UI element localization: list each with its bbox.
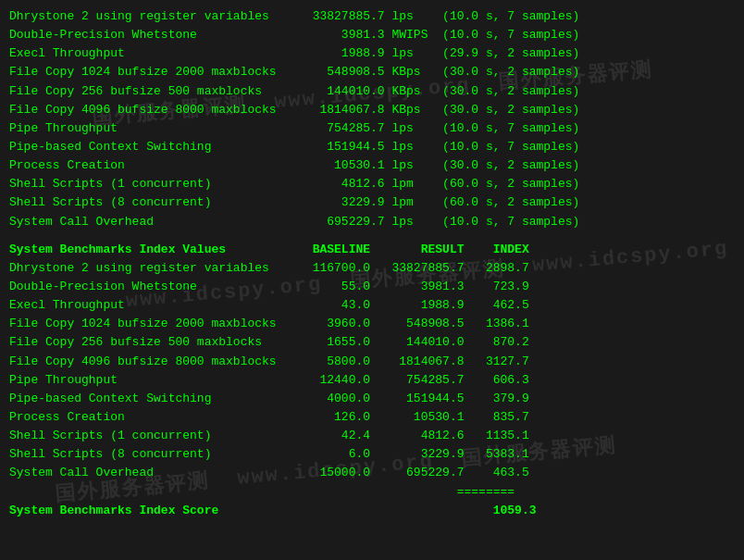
benchmark-row: File Copy 4096 bufsize 8000 maxblocks 18… bbox=[9, 101, 735, 119]
benchmark-row: Shell Scripts (1 concurrent) 4812.6 lpm … bbox=[9, 175, 735, 193]
index-row: Pipe Throughput 12440.0 754285.7 606.3 bbox=[9, 371, 735, 390]
benchmark-row: File Copy 1024 bufsize 2000 maxblocks 54… bbox=[9, 63, 735, 81]
index-row: Double-Precision Whetstone 55.0 3981.3 7… bbox=[9, 278, 735, 296]
benchmark-row: Shell Scripts (8 concurrent) 3229.9 lpm … bbox=[9, 193, 735, 212]
index-table-header: System Benchmarks Index Values BASELINE … bbox=[9, 241, 735, 259]
index-row: Shell Scripts (8 concurrent) 6.0 3229.9 … bbox=[9, 445, 735, 464]
index-section: System Benchmarks Index Values BASELINE … bbox=[9, 241, 735, 520]
benchmark-row: Dhrystone 2 using register variables 338… bbox=[9, 7, 735, 26]
benchmark-row: File Copy 256 bufsize 500 maxblocks 1440… bbox=[9, 82, 735, 101]
index-row: Dhrystone 2 using register variables 116… bbox=[9, 259, 735, 278]
benchmark-section: Dhrystone 2 using register variables 338… bbox=[9, 7, 735, 231]
index-row: Shell Scripts (1 concurrent) 42.4 4812.6… bbox=[9, 427, 735, 445]
benchmark-row: Pipe Throughput 754285.7 lps (10.0 s, 7 … bbox=[9, 119, 735, 138]
main-content: Dhrystone 2 using register variables 338… bbox=[9, 7, 735, 520]
index-row: File Copy 1024 bufsize 2000 maxblocks 39… bbox=[9, 315, 735, 333]
benchmark-row: System Call Overhead 695229.7 lps (10.0 … bbox=[9, 213, 735, 231]
index-row: Process Creation 126.0 10530.1 835.7 bbox=[9, 408, 735, 427]
divider-line: ======== bbox=[9, 483, 735, 502]
benchmark-row: Execl Throughput 1988.9 lps (29.9 s, 2 s… bbox=[9, 44, 735, 63]
score-line: System Benchmarks Index Score 1059.3 bbox=[9, 502, 735, 520]
index-row: System Call Overhead 15000.0 695229.7 46… bbox=[9, 464, 735, 482]
benchmark-row: Process Creation 10530.1 lps (30.0 s, 2 … bbox=[9, 156, 735, 175]
benchmark-row: Pipe-based Context Switching 151944.5 lp… bbox=[9, 138, 735, 156]
index-row: Execl Throughput 43.0 1988.9 462.5 bbox=[9, 296, 735, 315]
benchmark-row: Double-Precision Whetstone 3981.3 MWIPS … bbox=[9, 26, 735, 44]
index-row: Pipe-based Context Switching 4000.0 1519… bbox=[9, 390, 735, 408]
index-row: File Copy 4096 bufsize 8000 maxblocks 58… bbox=[9, 353, 735, 371]
index-row: File Copy 256 bufsize 500 maxblocks 1655… bbox=[9, 333, 735, 352]
